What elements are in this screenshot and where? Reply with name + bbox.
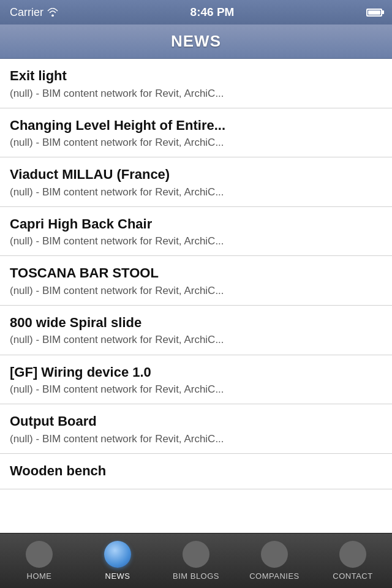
tab-item-contact[interactable]: CONTACT <box>314 533 392 588</box>
carrier-info: Carrier <box>10 6 58 19</box>
tab-label-news: NEWS <box>105 571 130 581</box>
news-item[interactable]: [GF] Wiring device 1.0(null) - BIM conte… <box>0 355 392 405</box>
tab-item-companies[interactable]: COMPANIES <box>235 533 314 588</box>
news-item-title: [GF] Wiring device 1.0 <box>10 364 382 381</box>
tab-item-bim-blogs[interactable]: BIM BLOGS <box>157 533 235 588</box>
tab-label-contact: CONTACT <box>333 571 372 581</box>
tab-icon-home <box>26 541 53 568</box>
news-item-title: Output Board <box>10 413 382 430</box>
tab-item-news[interactable]: NEWS <box>78 533 157 588</box>
news-item-title: Wooden bench <box>10 462 382 480</box>
tab-icon-companies <box>261 541 288 568</box>
tab-label-bim-blogs: BIM BLOGS <box>173 571 219 581</box>
news-item[interactable]: TOSCANA BAR STOOL(null) - BIM content ne… <box>0 256 392 306</box>
news-item[interactable]: Changing Level Height of Entire...(null)… <box>0 108 392 158</box>
news-item-subtitle: (null) - BIM content network for Revit, … <box>10 87 382 100</box>
tab-label-home: HOME <box>27 571 52 581</box>
news-list: Exit light(null) - BIM content network f… <box>0 59 392 533</box>
tab-icon-news <box>104 541 131 568</box>
news-item-subtitle: (null) - BIM content network for Revit, … <box>10 284 382 298</box>
status-time: 8:46 PM <box>190 6 235 19</box>
news-item-title: Exit light <box>10 67 382 85</box>
carrier-label: Carrier <box>10 6 43 19</box>
news-item-subtitle: (null) - BIM content network for Revit, … <box>10 136 382 149</box>
news-item-subtitle: (null) - BIM content network for Revit, … <box>10 432 382 446</box>
tab-icon-bim-blogs <box>183 541 209 568</box>
news-item-subtitle: (null) - BIM content network for Revit, … <box>10 186 382 199</box>
news-item[interactable]: Capri High Back Chair(null) - BIM conten… <box>0 207 392 257</box>
tab-item-home[interactable]: HOME <box>0 533 78 588</box>
wifi-icon <box>47 8 58 17</box>
status-bar: Carrier 8:46 PM <box>0 0 392 24</box>
news-item-title: Capri High Back Chair <box>10 216 382 233</box>
news-item-subtitle: (null) - BIM content network for Revit, … <box>10 333 382 347</box>
news-item[interactable]: Output Board(null) - BIM content network… <box>0 404 392 454</box>
news-item[interactable]: Wooden bench <box>0 454 392 490</box>
news-item[interactable]: 800 wide Spiral slide(null) - BIM conten… <box>0 306 392 355</box>
battery-icon <box>366 9 382 17</box>
news-item-title: TOSCANA BAR STOOL <box>10 265 382 282</box>
tab-icon-contact <box>339 541 366 568</box>
news-item-subtitle: (null) - BIM content network for Revit, … <box>10 383 382 396</box>
news-item-title: 800 wide Spiral slide <box>10 314 382 331</box>
news-item-title: Viaduct MILLAU (France) <box>10 166 382 183</box>
news-item[interactable]: Exit light(null) - BIM content network f… <box>0 59 392 108</box>
news-item-subtitle: (null) - BIM content network for Revit, … <box>10 235 382 248</box>
news-item-title: Changing Level Height of Entire... <box>10 117 382 134</box>
news-item[interactable]: Viaduct MILLAU (France)(null) - BIM cont… <box>0 157 392 207</box>
tab-label-companies: COMPANIES <box>249 571 300 581</box>
tab-bar: HOMENEWSBIM BLOGSCOMPANIESCONTACT <box>0 533 392 588</box>
nav-bar-title: NEWS <box>171 32 221 51</box>
navigation-bar: NEWS <box>0 24 392 59</box>
